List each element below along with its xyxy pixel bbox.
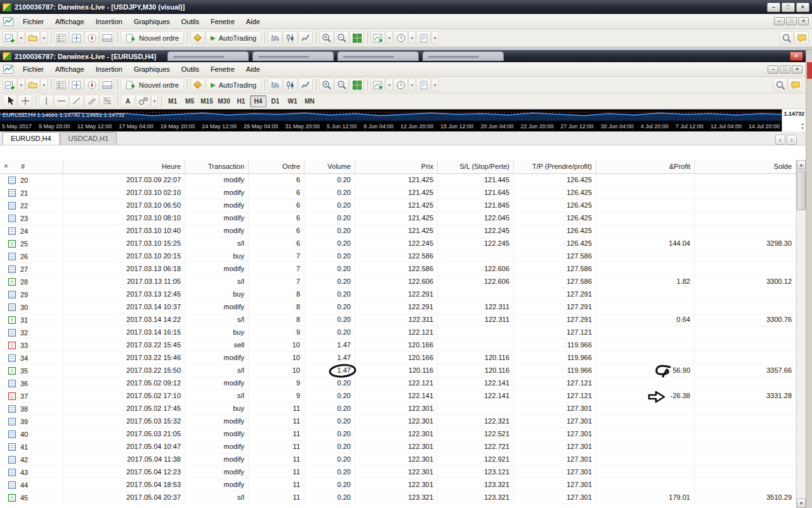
restore-button[interactable]: □ (782, 3, 795, 12)
table-row[interactable]: 272017.03.13 06:18modify70.20122.586122.… (0, 263, 796, 276)
menubar-main-item-aide[interactable]: Aide (240, 15, 266, 29)
menubar-main-item-fenetre[interactable]: Fenetre (205, 15, 240, 29)
table-row[interactable]: 262017.03.10 20:15buy70.20122.586127.586 (0, 250, 796, 263)
timeframe-mn-button[interactable]: MN (301, 95, 318, 107)
timeframe-m5-button[interactable]: M5 (181, 95, 198, 107)
zoom-in-button[interactable] (319, 78, 334, 91)
mdi-minimize-button[interactable]: – (774, 17, 785, 25)
scrollbar-down-button[interactable]: ▼ (797, 498, 806, 508)
channel-tool-button[interactable] (84, 95, 99, 108)
tile-windows-button[interactable] (350, 31, 364, 44)
bar-chart-button[interactable] (268, 31, 282, 44)
chart-tab-eurusd-h4[interactable]: EURUSD,H4 (3, 132, 60, 145)
table-row[interactable]: 322017.03.14 16:15buy90.20122.121127.121 (0, 326, 796, 339)
new-chart-button[interactable] (3, 78, 17, 91)
tile-windows-button[interactable] (350, 78, 364, 91)
minimize-button[interactable]: – (767, 3, 780, 12)
menubar-inner-item-aide[interactable]: Aide (240, 62, 266, 76)
table-row[interactable]: 382017.05.02 17:45buy110.20122.301127.30… (0, 403, 796, 415)
menubar-main-item-affichage[interactable]: Affichage (49, 15, 90, 29)
navigator-button[interactable] (84, 31, 99, 44)
inner-window-titlebar[interactable]: 2100036787: Darwinex-Live - [EURUSD,H4] … (0, 50, 806, 62)
new-chart-dropdown[interactable]: ▼ (18, 78, 25, 91)
autotrading-button[interactable]: ▶AutoTrading (206, 31, 261, 44)
text-tool-button[interactable]: A (121, 95, 135, 108)
table-row[interactable]: 362017.05.02 09:12modify90.20122.121122.… (0, 377, 796, 390)
table-row[interactable]: 442017.05.04 18:53modify110.20122.301123… (0, 479, 796, 491)
cursor-tool-button[interactable] (3, 95, 17, 108)
templates-dropdown[interactable]: ▼ (431, 31, 438, 44)
timeframe-h4-button[interactable]: H4 (250, 95, 266, 107)
candlestick-chart-button[interactable] (283, 78, 298, 91)
menubar-inner-item-insertion[interactable]: Insertion (90, 62, 128, 76)
table-row[interactable]: 212017.03.10 02:10modify60.20121.425121.… (0, 187, 796, 199)
table-row[interactable]: 422017.05.04 11:38modify110.20122.301122… (0, 453, 796, 466)
table-row[interactable]: 412017.05.04 10:47modify110.20122.301122… (0, 441, 796, 453)
zoom-out-button[interactable] (334, 78, 349, 91)
profiles-dropdown[interactable]: ▼ (41, 31, 48, 44)
chart-tab-usdcad-h1[interactable]: USDCAD,H1 (60, 132, 117, 145)
table-row[interactable]: ↑352017.03.22 15:50s/l101.47120.116120.1… (0, 364, 796, 377)
profiles-button[interactable] (25, 31, 40, 44)
market-watch-button[interactable] (54, 31, 69, 44)
timeframe-h1-button[interactable]: H1 (233, 95, 249, 107)
menubar-inner-item-outils[interactable]: Outils (176, 62, 205, 76)
periods-button[interactable] (393, 78, 408, 91)
indicators-button[interactable] (370, 31, 385, 44)
table-row[interactable]: 342017.03.22 15:46modify101.47120.166120… (0, 352, 796, 364)
table-row[interactable]: ↓372017.05.02 17:10s/l90.20122.141122.14… (0, 390, 796, 403)
horizontal-line-tool-button[interactable] (54, 95, 69, 108)
table-row[interactable]: 242017.03.10 10:40modify60.20121.425122.… (0, 225, 796, 237)
profiles-dropdown[interactable]: ▼ (41, 78, 48, 91)
table-row[interactable]: ↑312017.03.14 14:22s/l80.20122.311122.31… (0, 314, 796, 326)
column-header-4[interactable]: Volume (304, 160, 355, 174)
menubar-inner-item-graphiques[interactable]: Graphiques (128, 62, 176, 76)
mdi-close-button[interactable]: × (792, 65, 802, 74)
table-row[interactable]: 402017.05.03 21:05modify110.20122.301122… (0, 428, 796, 441)
close-panel-button[interactable]: × (2, 163, 10, 171)
periods-dropdown[interactable]: ▼ (409, 78, 416, 91)
shapes-tool-button[interactable] (136, 95, 150, 108)
menubar-inner-item-affichage[interactable]: Affichage (49, 62, 90, 76)
column-header-1[interactable]: Heure (63, 160, 185, 174)
new-order-button[interactable]: Nouvel ordre (121, 31, 184, 44)
metaeditor-button[interactable] (190, 31, 205, 44)
timeframe-d1-button[interactable]: D1 (267, 95, 284, 107)
ideas-button[interactable] (788, 78, 802, 91)
close-button[interactable]: × (796, 3, 809, 12)
new-chart-button[interactable] (3, 31, 17, 44)
market-watch-button[interactable] (54, 78, 69, 91)
trendline-tool-button[interactable] (69, 95, 84, 108)
bar-chart-button[interactable] (268, 78, 282, 91)
mdi-restore-button[interactable]: □ (780, 65, 790, 74)
zoom-in-button[interactable] (319, 31, 334, 44)
vertical-scrollbar[interactable]: ▲ ▼ (796, 160, 806, 508)
menubar-main-item-outils[interactable]: Outils (176, 15, 205, 29)
menubar-main-item-insertion[interactable]: Insertion (90, 15, 128, 29)
new-chart-dropdown[interactable]: ▼ (18, 31, 25, 44)
scrollbar-thumb[interactable] (797, 171, 806, 210)
mdi-restore-button[interactable]: □ (786, 17, 797, 25)
inner-close-button[interactable]: × (790, 51, 803, 61)
table-row[interactable]: ↑452017.05.04 20:37s/l110.20123.321123.3… (0, 491, 796, 504)
tab-scroll-right-button[interactable]: › (787, 135, 797, 145)
candlestick-chart-button[interactable] (283, 31, 298, 44)
table-row[interactable]: 292017.03.13 12:45buy80.20122.291127.291 (0, 288, 796, 301)
autotrading-button[interactable]: ▶AutoTrading (206, 78, 261, 91)
fibonacci-tool-button[interactable] (100, 95, 114, 108)
templates-dropdown[interactable]: ▼ (431, 78, 438, 91)
data-window-button[interactable] (69, 31, 84, 44)
menubar-inner-item-fenetre[interactable]: Fenetre (205, 62, 240, 76)
table-row[interactable]: 222017.03.10 06:50modify60.20121.425121.… (0, 199, 796, 212)
metaeditor-button[interactable] (190, 78, 205, 91)
timeframe-m1-button[interactable]: M1 (164, 95, 181, 107)
indicators-dropdown[interactable]: ▼ (386, 78, 393, 91)
templates-button[interactable] (416, 31, 431, 44)
scrollbar-up-button[interactable]: ▲ (797, 160, 806, 170)
terminal-button[interactable] (100, 31, 114, 44)
periods-dropdown[interactable]: ▼ (409, 31, 416, 44)
tab-scroll-left-button[interactable]: ‹ (775, 135, 785, 145)
crosshair-tool-button[interactable] (18, 95, 32, 108)
search-button[interactable] (773, 78, 787, 91)
search-button[interactable] (779, 31, 794, 44)
